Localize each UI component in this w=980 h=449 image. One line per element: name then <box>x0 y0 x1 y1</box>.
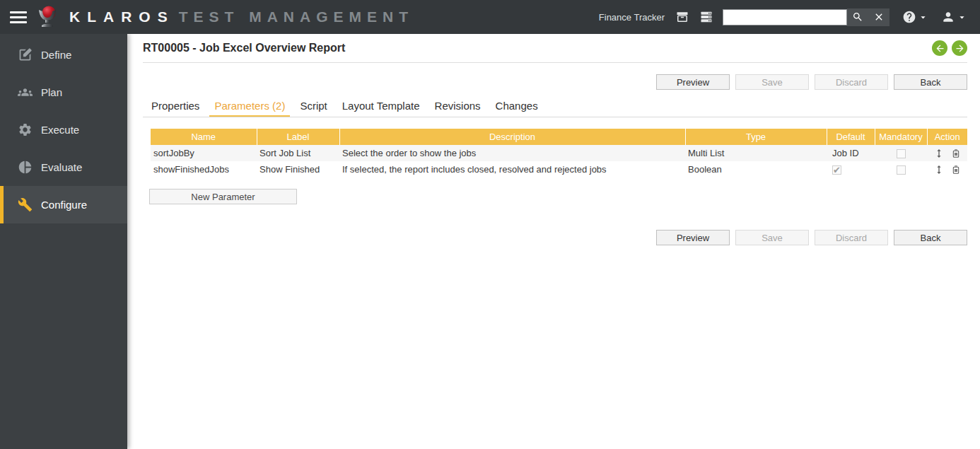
discard-button[interactable]: Discard <box>815 74 888 90</box>
new-parameter-button[interactable]: New Parameter <box>149 189 297 204</box>
chevron-down-icon <box>918 12 928 23</box>
user-menu[interactable] <box>940 9 967 25</box>
user-icon <box>940 9 956 25</box>
sidebar-item-evaluate[interactable]: Evaluate <box>0 148 127 186</box>
top-bar: KLAROS TEST MANAGEMENT Finance Tracker <box>0 0 980 34</box>
sidebar-item-label: Define <box>41 49 71 61</box>
sidebar-item-plan[interactable]: Plan <box>0 74 127 111</box>
param-name: showFinishedJobs <box>151 161 257 177</box>
param-label: Show Finished <box>257 161 339 177</box>
preview-button[interactable]: Preview <box>656 74 730 90</box>
page-header: RT00005 - Job Excel Overview Report <box>143 34 967 63</box>
sidebar-item-label: Plan <box>41 86 62 98</box>
search-icon[interactable] <box>847 8 868 26</box>
wrench-icon <box>17 197 33 213</box>
param-label: Sort Job List <box>257 145 339 161</box>
param-description: Select the order to show the jobs <box>339 145 685 161</box>
sidebar: Define Plan Execute Evaluate Configure <box>0 34 127 449</box>
server-icon[interactable] <box>699 9 714 25</box>
brand-name: KLAROS <box>69 8 175 25</box>
sidebar-item-label: Execute <box>41 124 79 136</box>
column-header-label: Label <box>257 129 339 145</box>
sidebar-item-execute[interactable]: Execute <box>0 111 127 148</box>
column-header-description: Description <box>339 129 685 145</box>
preview-button-bottom[interactable]: Preview <box>656 230 730 245</box>
table-row: showFinishedJobs Show Finished If select… <box>151 161 967 177</box>
discard-button-bottom[interactable]: Discard <box>815 230 888 245</box>
table-row: sortJobBy Sort Job List Select the order… <box>151 145 967 161</box>
archive-icon[interactable] <box>675 9 690 25</box>
hamburger-menu-icon[interactable] <box>10 11 27 23</box>
column-header-name: Name <box>151 129 257 145</box>
save-button-bottom[interactable]: Save <box>735 230 809 245</box>
default-checkbox[interactable] <box>832 165 841 175</box>
help-menu[interactable] <box>902 9 928 25</box>
search-box <box>723 8 889 26</box>
param-type: Multi List <box>685 145 827 161</box>
pie-chart-icon <box>17 160 33 175</box>
page-title: RT00005 - Job Excel Overview Report <box>143 42 345 54</box>
delete-parameter-icon[interactable] <box>950 164 962 175</box>
tab-layout-template[interactable]: Layout Template <box>337 98 425 117</box>
brand-suffix: TEST MANAGEMENT <box>179 8 414 25</box>
tab-bar: Properties Parameters (2) Script Layout … <box>143 98 967 117</box>
klaros-logo <box>35 5 60 29</box>
help-icon <box>902 9 917 25</box>
action-buttons-bottom: Preview Save Discard Back <box>143 230 967 245</box>
sidebar-item-configure[interactable]: Configure <box>0 186 127 223</box>
previous-arrow-button[interactable] <box>932 40 947 56</box>
tab-script[interactable]: Script <box>295 98 332 117</box>
edit-icon <box>17 47 33 63</box>
tab-properties[interactable]: Properties <box>146 98 204 117</box>
move-parameter-icon[interactable] <box>933 148 945 159</box>
search-input[interactable] <box>723 9 847 25</box>
clear-search-icon[interactable] <box>868 8 889 26</box>
mandatory-checkbox[interactable] <box>897 149 906 158</box>
tab-revisions[interactable]: Revisions <box>430 98 486 117</box>
table-header-row: Name Label Description Type Default Mand… <box>151 129 967 145</box>
column-header-action: Action <box>927 129 967 145</box>
sidebar-item-label: Evaluate <box>41 161 82 173</box>
tab-changes[interactable]: Changes <box>491 98 543 117</box>
back-button[interactable]: Back <box>894 74 967 90</box>
tab-parameters[interactable]: Parameters (2) <box>209 98 290 117</box>
move-parameter-icon[interactable] <box>933 164 945 175</box>
param-default-value: Job ID <box>827 145 875 161</box>
sidebar-item-label: Configure <box>41 199 87 211</box>
main-content: RT00005 - Job Excel Overview Report Prev… <box>127 34 980 449</box>
param-type: Boolean <box>685 161 827 177</box>
sidebar-item-define[interactable]: Define <box>0 36 127 74</box>
save-button[interactable]: Save <box>735 74 809 90</box>
param-name: sortJobBy <box>151 145 257 161</box>
delete-parameter-icon[interactable] <box>950 148 962 159</box>
column-header-type: Type <box>685 129 827 145</box>
action-buttons-top: Preview Save Discard Back <box>143 74 967 90</box>
next-arrow-button[interactable] <box>952 40 967 56</box>
param-description: If selected, the report includes closed,… <box>339 161 685 177</box>
people-icon <box>17 85 33 100</box>
active-project-label: Finance Tracker <box>599 12 665 23</box>
column-header-default: Default <box>827 129 875 145</box>
record-navigation <box>932 40 967 56</box>
chevron-down-icon <box>957 12 967 23</box>
mandatory-checkbox[interactable] <box>897 165 906 175</box>
back-button-bottom[interactable]: Back <box>894 230 967 245</box>
gear-icon <box>17 122 33 138</box>
column-header-mandatory: Mandatory <box>875 129 927 145</box>
parameters-table: Name Label Description Type Default Mand… <box>151 129 967 177</box>
